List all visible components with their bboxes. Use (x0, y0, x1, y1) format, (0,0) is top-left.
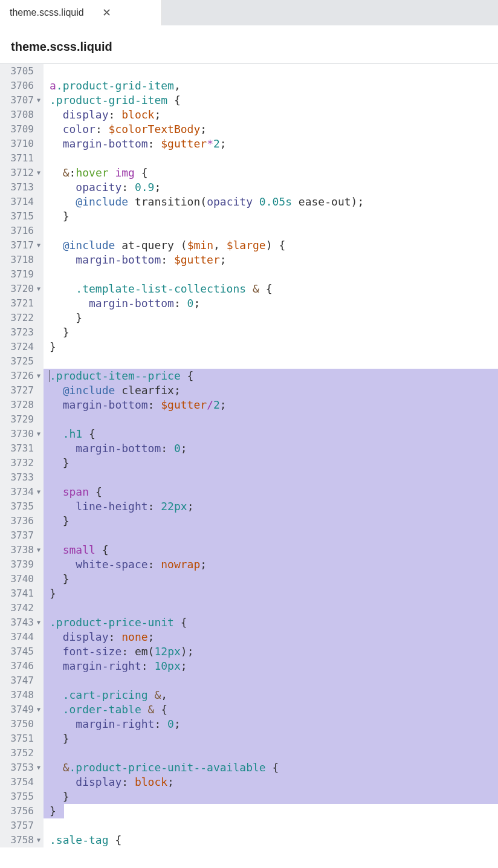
code-line[interactable]: display: block; (50, 108, 498, 122)
line-number: 3757 (0, 818, 44, 833)
line-number: 3714 (0, 195, 44, 209)
line-number: 3748 (0, 688, 44, 702)
code-editor[interactable]: 370537063707▼37083709371037113712▼371337… (0, 64, 498, 847)
line-number: 3742 (0, 601, 44, 615)
fold-icon[interactable]: ▼ (35, 427, 42, 441)
code-line[interactable] (50, 267, 498, 282)
code-line[interactable]: margin-bottom: 0; (50, 296, 498, 311)
tab-label: theme.scss.liquid (10, 7, 84, 18)
line-number: 3710 (0, 137, 44, 151)
code-line[interactable]: margin-bottom: $gutter*2; (50, 137, 498, 151)
code-line[interactable]: .product-price-unit { (50, 615, 498, 630)
close-icon[interactable]: ✕ (101, 7, 113, 19)
line-number: 3752 (0, 746, 44, 760)
code-line[interactable]: .sale-tag { (50, 833, 498, 847)
code-line[interactable]: } (50, 586, 498, 601)
file-tab[interactable]: theme.scss.liquid ✕ (0, 0, 162, 25)
code-line[interactable] (50, 818, 498, 833)
fold-icon[interactable]: ▼ (35, 833, 42, 847)
code-line[interactable]: span { (50, 485, 498, 499)
code-line[interactable]: } (50, 731, 498, 746)
code-line[interactable] (50, 470, 498, 485)
code-line[interactable]: small { (50, 543, 498, 557)
code-line[interactable]: font-size: em(12px); (50, 644, 498, 659)
code-line[interactable] (50, 224, 498, 238)
code-line[interactable] (50, 64, 498, 79)
code-line[interactable]: &:hover img { (50, 166, 498, 180)
code-line[interactable]: a.product-grid-item, (50, 79, 498, 93)
line-number: 3749▼ (0, 702, 44, 717)
line-number: 3746 (0, 659, 44, 673)
line-number: 3724 (0, 340, 44, 354)
code-line[interactable]: .product-grid-item { (50, 93, 498, 108)
line-number: 3712▼ (0, 166, 44, 180)
code-line[interactable]: .order-table & { (50, 702, 498, 717)
fold-icon[interactable]: ▼ (35, 166, 42, 180)
code-line[interactable]: line-height: 22px; (50, 499, 498, 514)
line-number: 3739 (0, 557, 44, 572)
code-line[interactable]: opacity: 0.9; (50, 180, 498, 195)
line-number: 3735 (0, 499, 44, 514)
fold-icon[interactable]: ▼ (35, 93, 42, 108)
code-line[interactable]: @include transition(opacity 0.05s ease-o… (50, 195, 498, 209)
line-number: 3716 (0, 224, 44, 238)
code-line[interactable]: margin-right: 10px; (50, 659, 498, 673)
fold-icon[interactable]: ▼ (35, 485, 42, 499)
code-line[interactable]: .h1 { (50, 427, 498, 441)
code-line[interactable]: .template-list-collections & { (50, 282, 498, 296)
code-line[interactable]: color: $colorTextBody; (50, 122, 498, 137)
code-line[interactable] (50, 746, 498, 760)
line-number: 3750 (0, 717, 44, 731)
code-line[interactable] (50, 412, 498, 427)
tab-bar: theme.scss.liquid ✕ (0, 0, 498, 25)
code-content[interactable]: a.product-grid-item,.product-grid-item {… (44, 64, 498, 847)
file-name: theme.scss.liquid (11, 40, 112, 53)
line-number: 3728 (0, 398, 44, 412)
fold-icon[interactable]: ▼ (35, 702, 42, 717)
code-line[interactable]: } (50, 209, 498, 224)
code-line[interactable]: } (50, 789, 498, 804)
fold-icon[interactable]: ▼ (35, 282, 42, 296)
code-line[interactable]: } (50, 572, 498, 586)
code-line[interactable]: @include at-query ($min, $large) { (50, 238, 498, 253)
line-number: 3737 (0, 528, 44, 543)
code-line[interactable]: display: none; (50, 630, 498, 644)
line-number: 3751 (0, 731, 44, 746)
line-number: 3720▼ (0, 282, 44, 296)
line-number: 3756 (0, 804, 44, 818)
code-line[interactable]: } (50, 340, 498, 354)
code-line[interactable]: } (50, 311, 498, 325)
line-number: 3715 (0, 209, 44, 224)
code-line[interactable]: margin-bottom: $gutter/2; (50, 398, 498, 412)
fold-icon[interactable]: ▼ (35, 369, 42, 383)
line-number: 3738▼ (0, 543, 44, 557)
line-number: 3732 (0, 456, 44, 470)
line-number: 3747 (0, 673, 44, 688)
line-number: 3727 (0, 383, 44, 398)
code-line[interactable]: display: block; (50, 775, 498, 789)
code-line[interactable]: } (50, 456, 498, 470)
fold-icon[interactable]: ▼ (35, 543, 42, 557)
code-line[interactable] (50, 601, 498, 615)
code-line[interactable]: white-space: nowrap; (50, 557, 498, 572)
code-line[interactable] (50, 528, 498, 543)
code-line[interactable] (50, 673, 498, 688)
code-line[interactable] (50, 151, 498, 166)
fold-icon[interactable]: ▼ (35, 760, 42, 775)
code-line[interactable]: @include clearfix; (50, 383, 498, 398)
code-line[interactable]: margin-bottom: 0; (50, 441, 498, 456)
code-line[interactable]: .cart-pricing &, (50, 688, 498, 702)
code-line[interactable]: &.product-price-unit--available { (50, 760, 498, 775)
code-line[interactable]: margin-bottom: $gutter; (50, 253, 498, 267)
code-line[interactable]: } (50, 325, 498, 340)
line-number: 3730▼ (0, 427, 44, 441)
code-line[interactable]: } (50, 804, 498, 818)
code-line[interactable] (50, 354, 498, 369)
fold-icon[interactable]: ▼ (35, 238, 42, 253)
code-line[interactable]: .product-item--price { (50, 369, 498, 383)
code-line[interactable]: margin-right: 0; (50, 717, 498, 731)
line-number: 3754 (0, 775, 44, 789)
code-line[interactable]: } (50, 514, 498, 528)
fold-icon[interactable]: ▼ (35, 615, 42, 630)
line-number: 3736 (0, 514, 44, 528)
